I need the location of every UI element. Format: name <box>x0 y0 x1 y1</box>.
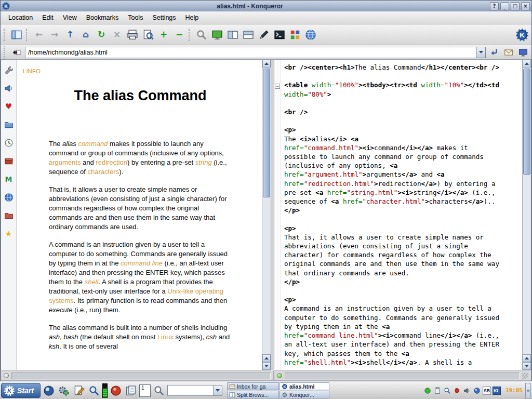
home-button[interactable]: ⌂ <box>78 28 93 42</box>
scroll-down-button[interactable] <box>262 362 271 370</box>
split-view-top-bottom-button[interactable] <box>241 28 256 42</box>
print-preview-button[interactable] <box>141 28 155 42</box>
keyboard-layout-badge[interactable]: KL <box>493 387 501 395</box>
desktop-pager[interactable]: 1 <box>139 384 151 397</box>
sidebar-tab-metabar[interactable]: M <box>4 174 14 184</box>
print-button[interactable] <box>125 28 140 42</box>
zoom-in-button[interactable]: + <box>156 28 171 42</box>
view-mode-button[interactable] <box>288 28 302 42</box>
sidebar-tab-bookmarks[interactable]: ♥ <box>4 101 14 112</box>
menu-bookmarks[interactable]: Bookmarks <box>82 12 124 23</box>
scroll-up-button[interactable] <box>523 60 531 68</box>
location-dropdown-button[interactable] <box>476 47 485 58</box>
reload-button[interactable]: ↻ <box>94 28 109 42</box>
fold-collapse-icon[interactable]: − <box>275 84 280 89</box>
system-load-meter[interactable] <box>102 383 108 398</box>
menu-location[interactable]: Location <box>4 12 37 23</box>
scroll-up-button[interactable] <box>262 60 271 68</box>
vertical-scrollbar[interactable] <box>522 60 531 370</box>
run-command-input[interactable] <box>168 385 213 395</box>
text-link[interactable]: command <box>78 140 108 148</box>
up-button[interactable]: ↑ <box>63 28 77 42</box>
scroll-up-button[interactable] <box>262 354 271 362</box>
menu-view[interactable]: View <box>58 12 82 23</box>
tray-search-icon[interactable] <box>443 387 451 395</box>
nav-panel-button[interactable] <box>9 28 24 42</box>
tray-blue-icon[interactable] <box>473 387 481 395</box>
orb-launcher[interactable] <box>42 384 56 397</box>
clear-location-button[interactable] <box>10 47 23 58</box>
text-link[interactable]: string <box>195 158 212 166</box>
back-button[interactable]: ← <box>32 28 46 42</box>
kwrite-launcher[interactable] <box>72 384 86 397</box>
vertical-scrollbar[interactable] <box>262 60 271 370</box>
text-link[interactable]: shell <box>85 278 99 286</box>
sidebar-tab-media[interactable] <box>4 83 14 94</box>
find-button[interactable] <box>194 28 209 42</box>
sidebar-tab-services[interactable]: ★ <box>4 229 14 239</box>
screen-button[interactable] <box>517 47 529 58</box>
task-button-inbox[interactable]: Inbox for ga <box>227 382 279 390</box>
location-input[interactable] <box>25 47 476 58</box>
tray-green-icon[interactable] <box>423 387 432 395</box>
red-app-launcher[interactable] <box>109 384 123 397</box>
scroll-down-button[interactable] <box>523 362 531 370</box>
scrollbar-thumb[interactable] <box>523 69 530 175</box>
terminal-button[interactable] <box>272 28 287 42</box>
pen-button[interactable] <box>257 28 271 42</box>
menu-help[interactable]: Help <box>181 12 204 23</box>
toolbar-handle[interactable] <box>4 46 6 59</box>
task-button-alias[interactable]: Kalias.html <box>280 382 329 390</box>
horizontal-scrollbar[interactable] <box>11 373 271 379</box>
text-link[interactable]: Linux <box>157 333 174 341</box>
sidebar-tab-root[interactable] <box>4 210 14 221</box>
sidebar-tab-network[interactable] <box>4 192 14 203</box>
close-button[interactable]: × <box>521 2 530 10</box>
task-button-split[interactable]: Split Brows... <box>227 391 279 398</box>
volume-icon[interactable] <box>463 387 471 395</box>
menu-tools[interactable]: Tools <box>123 12 148 23</box>
menu-settings[interactable]: Settings <box>148 12 180 23</box>
tray-red-icon[interactable] <box>453 387 461 395</box>
mail-button[interactable] <box>502 47 515 58</box>
scrollbar-track[interactable] <box>262 68 271 354</box>
task-button-konqueror[interactable]: Konquer... <box>280 391 329 398</box>
text-link[interactable]: characters <box>87 168 119 176</box>
go-button[interactable] <box>488 47 500 58</box>
search-launcher[interactable] <box>152 384 166 397</box>
scroll-up-button[interactable] <box>523 354 531 362</box>
toolbar-handle[interactable] <box>189 29 191 41</box>
zoom-out-button[interactable]: − <box>172 28 187 42</box>
menu-edit[interactable]: Edit <box>37 12 58 23</box>
globe-button[interactable] <box>303 28 318 42</box>
forward-button[interactable]: → <box>47 28 62 42</box>
toolbar-handle[interactable] <box>4 29 6 41</box>
sb-badge[interactable]: SB <box>483 387 491 395</box>
sidebar-tab-wrench[interactable] <box>4 65 14 75</box>
fullscreen-button[interactable] <box>210 28 224 42</box>
sidebar-tab-folder[interactable] <box>4 119 14 130</box>
stop-button[interactable]: × <box>110 28 124 42</box>
settings-launcher[interactable] <box>57 384 71 397</box>
documents-launcher[interactable] <box>124 384 138 397</box>
help-button[interactable]: ? <box>490 2 499 10</box>
minimize-button[interactable]: _ <box>500 2 509 10</box>
run-command-dropdown-button[interactable] <box>213 385 222 395</box>
scrollbar-thumb[interactable] <box>263 69 270 197</box>
horizontal-scrollbar[interactable] <box>285 373 520 379</box>
taskbar-clock[interactable]: 19:05 <box>504 387 524 394</box>
start-button[interactable]: K Start <box>1 383 41 398</box>
split-view-left-right-button[interactable] <box>225 28 240 42</box>
text-link[interactable]: command line <box>121 259 163 267</box>
find-launcher[interactable] <box>87 384 101 397</box>
resize-grip[interactable] <box>522 373 528 379</box>
text-link[interactable]: arguments <box>49 158 81 166</box>
panel-hide-button[interactable]: » <box>525 383 531 398</box>
linfo-link[interactable]: LINFO <box>23 68 41 74</box>
maximize-button[interactable]: □ <box>511 2 520 10</box>
toolbar-handle[interactable] <box>26 29 28 41</box>
sidebar-tab-history[interactable] <box>4 138 14 148</box>
sidebar-tab-package[interactable] <box>4 156 14 166</box>
text-link[interactable]: redirection <box>96 158 127 166</box>
klipper-icon[interactable] <box>433 387 442 395</box>
